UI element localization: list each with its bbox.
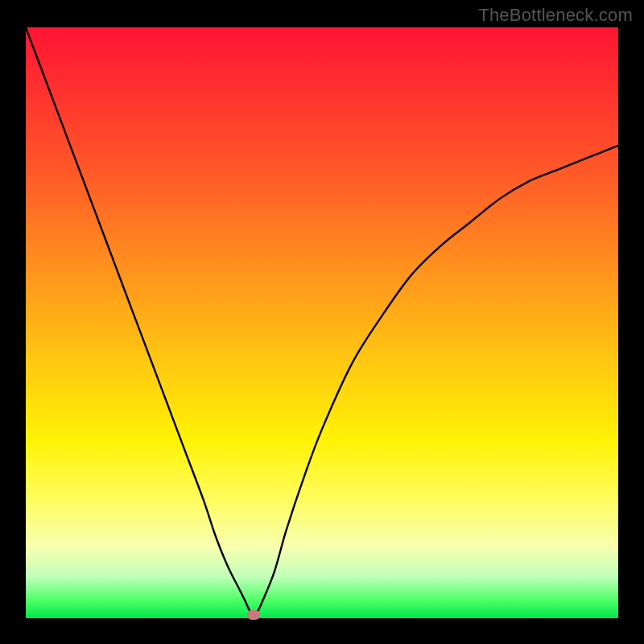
chart-frame: TheBottleneck.com (0, 0, 644, 644)
plot-area (26, 27, 618, 618)
bottleneck-curve (26, 27, 618, 618)
minimum-marker (247, 610, 260, 620)
watermark-text: TheBottleneck.com (478, 5, 633, 26)
